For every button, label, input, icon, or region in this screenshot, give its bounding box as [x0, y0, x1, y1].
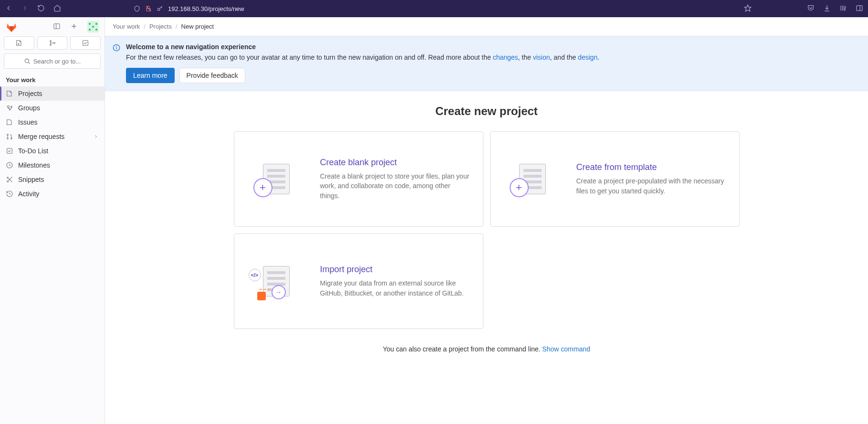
svg-point-25: [11, 106, 12, 107]
svg-marker-3: [744, 5, 751, 11]
gitlab-logo[interactable]: [6, 21, 17, 32]
svg-rect-19: [83, 41, 88, 46]
search-input[interactable]: Search or go to...: [4, 53, 101, 69]
groups-icon: [6, 104, 13, 112]
card-title: Create blank project: [320, 158, 470, 168]
banner-text: For the next few releases, you can go to…: [126, 53, 860, 61]
sidebar-toggle-icon[interactable]: [856, 4, 863, 13]
provide-feedback-button[interactable]: Provide feedback: [179, 68, 245, 83]
lock-open-icon: [145, 5, 152, 12]
card-create-template[interactable]: Create from template Create a project pr…: [490, 131, 740, 227]
nav-experience-banner: Welcome to a new navigation experience F…: [105, 36, 868, 91]
card-desc: Create a blank project to store your fil…: [320, 171, 470, 201]
bookmark-icon[interactable]: [744, 4, 752, 13]
card-import-project[interactable]: </> Import project Migrate your data fro…: [234, 233, 483, 329]
svg-point-33: [7, 181, 9, 182]
avatar[interactable]: [87, 21, 99, 32]
sidebar-heading: Your work: [0, 74, 105, 86]
svg-line-21: [28, 62, 30, 64]
project-icon: [6, 90, 13, 97]
panel-icon[interactable]: [53, 22, 61, 32]
chevron-right-icon: [93, 134, 99, 139]
merge-shortcut-button[interactable]: [37, 36, 68, 50]
svg-point-26: [9, 109, 10, 110]
card-desc: Create a project pre-populated with the …: [576, 176, 726, 196]
todo-shortcut-button[interactable]: [70, 36, 101, 50]
sidebar-item-snippets[interactable]: Snippets: [0, 172, 105, 187]
sidebar-item-projects[interactable]: Projects: [0, 86, 105, 101]
clock-icon: [6, 161, 13, 169]
svg-point-38: [116, 46, 117, 46]
breadcrumb: Your work / Projects / New project: [105, 17, 868, 36]
svg-point-27: [7, 134, 9, 136]
search-icon: [24, 58, 31, 64]
sidebar-item-activity[interactable]: Activity: [0, 187, 105, 201]
browser-chrome: 192.168.50.30/projects/new: [0, 0, 868, 17]
merge-icon: [6, 133, 13, 140]
library-icon[interactable]: [839, 4, 847, 13]
sidebar-item-label: To-Do List: [18, 147, 48, 155]
cli-hint: You can also create a project from the c…: [234, 345, 740, 353]
sidebar-item-label: Issues: [18, 118, 37, 126]
search-placeholder: Search or go to...: [33, 58, 81, 65]
svg-point-2: [157, 8, 160, 11]
sidebar-item-label: Milestones: [18, 161, 50, 169]
download-icon[interactable]: [823, 4, 831, 13]
sidebar-item-merge-requests[interactable]: Merge requests: [0, 129, 105, 144]
card-title: Import project: [320, 265, 470, 275]
sidebar-item-milestones[interactable]: Milestones: [0, 158, 105, 172]
sidebar-item-label: Activity: [18, 190, 39, 198]
svg-point-32: [7, 177, 9, 179]
sidebar-item-label: Groups: [18, 104, 40, 112]
svg-point-16: [50, 41, 51, 42]
key-icon: [157, 5, 163, 12]
import-illustration: </>: [248, 257, 305, 305]
sidebar-item-groups[interactable]: Groups: [0, 101, 105, 115]
svg-rect-30: [7, 148, 12, 154]
info-icon: [113, 44, 120, 52]
issue-shortcut-button[interactable]: [4, 36, 34, 50]
shield-icon: [134, 5, 140, 12]
svg-point-29: [11, 138, 12, 139]
sidebar-item-label: Snippets: [18, 176, 44, 183]
svg-rect-10: [54, 23, 60, 29]
banner-title: Welcome to a new navigation experience: [126, 43, 860, 51]
page-title: Create new project: [234, 105, 740, 118]
svg-point-20: [25, 59, 29, 63]
sidebar-item-label: Merge requests: [18, 133, 64, 140]
card-desc: Migrate your data from an external sourc…: [320, 278, 470, 298]
link-design[interactable]: design: [578, 53, 597, 61]
back-icon[interactable]: [5, 4, 12, 13]
svg-point-24: [7, 106, 9, 107]
todo-icon: [6, 147, 13, 155]
svg-rect-8: [857, 5, 862, 11]
sidebar-item-label: Projects: [18, 90, 42, 97]
sidebar: Search or go to... Your work Projects Gr…: [0, 17, 105, 424]
learn-more-button[interactable]: Learn more: [126, 68, 175, 83]
pocket-icon[interactable]: [807, 4, 815, 13]
main-content: Your work / Projects / New project Welco…: [105, 17, 868, 424]
sidebar-item-todo[interactable]: To-Do List: [0, 144, 105, 158]
blank-project-illustration: [248, 155, 305, 203]
url-bar[interactable]: 192.168.50.30/projects/new: [67, 5, 738, 12]
sidebar-item-issues[interactable]: Issues: [0, 115, 105, 129]
template-illustration: [504, 155, 561, 203]
svg-point-28: [7, 138, 9, 139]
card-title: Create from template: [576, 162, 726, 172]
scissors-icon: [6, 176, 13, 183]
forward-icon[interactable]: [21, 4, 29, 13]
reload-icon[interactable]: [37, 4, 45, 13]
breadcrumb-projects[interactable]: Projects: [149, 23, 172, 30]
url-text: 192.168.50.30/projects/new: [168, 5, 244, 12]
link-vision[interactable]: vision: [533, 53, 550, 61]
history-icon: [6, 190, 13, 198]
show-command-link[interactable]: Show command: [542, 345, 590, 353]
card-create-blank[interactable]: Create blank project Create a blank proj…: [234, 131, 483, 227]
breadcrumb-your-work[interactable]: Your work: [113, 23, 140, 30]
svg-line-7: [845, 6, 846, 11]
home-icon[interactable]: [53, 4, 61, 13]
svg-point-18: [53, 42, 55, 44]
link-changes[interactable]: changes: [493, 53, 518, 61]
breadcrumb-current: New project: [181, 23, 214, 30]
plus-icon[interactable]: [70, 22, 78, 32]
